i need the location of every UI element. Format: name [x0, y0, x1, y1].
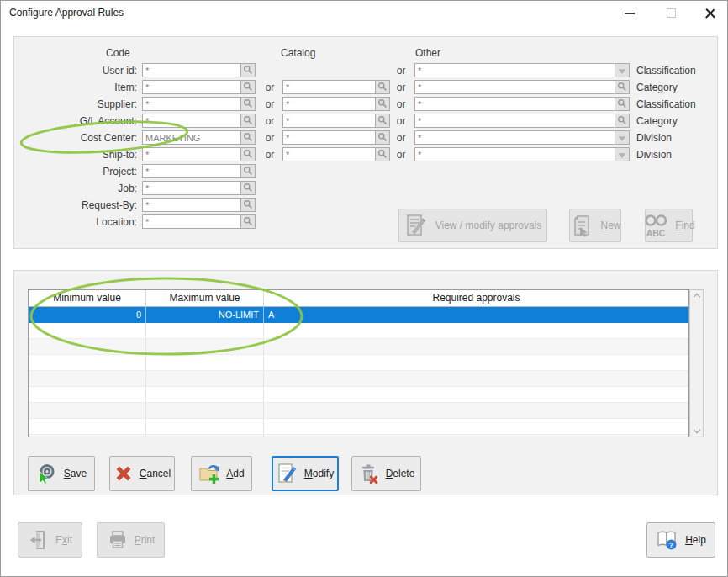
- or-label: or: [260, 98, 280, 110]
- grid-cell: [264, 355, 688, 370]
- scroll-down-button[interactable]: [693, 426, 699, 433]
- ship-to-code-search-button[interactable]: [240, 147, 256, 161]
- g-l-account-label: G/L Account:: [14, 115, 137, 127]
- search-icon: [243, 214, 253, 230]
- item-code-search-button[interactable]: [240, 80, 256, 94]
- or-label: or: [260, 82, 280, 93]
- supplier-other-search-button[interactable]: [615, 97, 630, 111]
- grid-cell: [146, 435, 264, 437]
- g-l-account-code-search-button[interactable]: [240, 114, 256, 128]
- ship-to-catalog-input[interactable]: [282, 147, 376, 161]
- user-id-code-input[interactable]: [142, 63, 241, 77]
- user-id-other-dropdown-button[interactable]: [615, 63, 630, 77]
- item-label: Item:: [14, 82, 137, 93]
- view-modify-approvals-button[interactable]: View / modify approvals: [398, 209, 547, 242]
- search-icon: [243, 97, 253, 112]
- help-button[interactable]: ?Help: [646, 522, 715, 558]
- grid-header-maximum-value[interactable]: Maximum value: [146, 290, 264, 306]
- grid-header-required-approvals[interactable]: Required approvals: [264, 290, 688, 306]
- item-other-search-button[interactable]: [615, 80, 630, 94]
- cost-center-code-search-button[interactable]: [240, 130, 256, 145]
- save-button[interactable]: Save: [28, 456, 95, 491]
- g-l-account-catalog-search-button[interactable]: [375, 114, 390, 128]
- help-book-icon: ?: [656, 529, 679, 551]
- project-code-search-button[interactable]: [240, 164, 256, 178]
- grid-cell: [264, 435, 688, 437]
- form-row-item: Item:ororCategory: [14, 79, 717, 96]
- vertical-scrollbar[interactable]: [689, 289, 704, 437]
- supplier-code-search-button[interactable]: [240, 97, 256, 111]
- close-button[interactable]: [694, 1, 725, 25]
- view-modify-approvals-icon: [404, 213, 430, 238]
- job-code-input[interactable]: [142, 181, 241, 195]
- request-by-code-input[interactable]: [142, 198, 241, 212]
- supplier-other-input[interactable]: [414, 97, 615, 111]
- ship-to-code-input[interactable]: [142, 147, 241, 161]
- location-code-search-button[interactable]: [240, 214, 256, 229]
- g-l-account-other-input[interactable]: [414, 114, 615, 128]
- grid-selected-row[interactable]: 0NO-LIMITA: [29, 307, 688, 323]
- request-by-label: Request-By:: [14, 199, 137, 211]
- supplier-catalog-search-button[interactable]: [375, 97, 390, 111]
- user-id-code-search-button[interactable]: [240, 63, 256, 77]
- grid-cell: [146, 323, 264, 338]
- division-label: Division: [636, 149, 672, 161]
- ship-to-catalog-search-button[interactable]: [375, 147, 390, 161]
- cost-center-other-input[interactable]: [414, 130, 615, 145]
- item-other-input[interactable]: [414, 80, 615, 94]
- project-code-input[interactable]: [142, 164, 241, 178]
- grid-empty-row: [29, 435, 688, 437]
- chevron-down-icon: [618, 147, 626, 162]
- grid-cell: [264, 403, 688, 418]
- supplier-catalog-input[interactable]: [282, 97, 376, 111]
- search-icon: [243, 114, 253, 129]
- search-icon: [243, 164, 253, 179]
- title-bar: Configure Approval Rules: [1, 1, 727, 26]
- grid-cell: [146, 339, 264, 354]
- grid-cell: [264, 387, 688, 402]
- search-icon: [377, 97, 388, 112]
- supplier-code-input[interactable]: [142, 97, 241, 111]
- request-by-code-search-button[interactable]: [240, 198, 256, 212]
- cost-center-code-input[interactable]: [142, 130, 241, 145]
- find-button[interactable]: ABCFind: [645, 209, 693, 242]
- g-l-account-other-search-button[interactable]: [615, 114, 630, 128]
- item-catalog-input[interactable]: [282, 80, 376, 94]
- delete-button[interactable]: Delete: [351, 456, 421, 491]
- print-button[interactable]: Print: [97, 522, 165, 558]
- cost-center-catalog-input[interactable]: [282, 130, 376, 145]
- grid-header-minimum-value[interactable]: Minimum value: [29, 290, 146, 306]
- approval-rules-grid[interactable]: Minimum valueMaximum valueRequired appro…: [28, 289, 689, 437]
- form-row-cost-center: Cost Center:ororDivision: [14, 130, 717, 146]
- user-id-other-input[interactable]: [414, 63, 615, 77]
- exit-door-icon: [28, 529, 50, 551]
- filter-form-panel: Code Catalog Other User id:orClassificat…: [13, 36, 718, 249]
- add-button[interactable]: Add: [191, 456, 252, 491]
- ship-to-other-dropdown-button[interactable]: [615, 147, 630, 161]
- maximize-button[interactable]: [655, 1, 687, 25]
- cancel-button[interactable]: Cancel: [109, 456, 175, 491]
- category-label: Category: [636, 82, 678, 93]
- exit-button[interactable]: Exit: [18, 522, 82, 558]
- cost-center-other-dropdown-button[interactable]: [615, 130, 630, 145]
- ship-to-other-input[interactable]: [414, 147, 615, 161]
- delete-trash-icon: [358, 463, 380, 484]
- cost-center-catalog-search-button[interactable]: [375, 130, 390, 145]
- scroll-up-button[interactable]: [693, 294, 699, 300]
- g-l-account-code-input[interactable]: [142, 114, 241, 128]
- job-code-search-button[interactable]: [240, 181, 256, 195]
- item-code-input[interactable]: [142, 80, 241, 94]
- or-label: or: [260, 132, 280, 144]
- item-catalog-search-button[interactable]: [375, 80, 390, 94]
- minimize-button[interactable]: [614, 1, 646, 25]
- selected-minimum-value: 0: [29, 307, 146, 323]
- location-label: Location:: [14, 216, 137, 228]
- classification-label: Classification: [636, 65, 696, 77]
- or-label: or: [260, 115, 280, 127]
- modify-button[interactable]: Modify: [272, 456, 339, 491]
- g-l-account-catalog-input[interactable]: [282, 114, 376, 128]
- new-button[interactable]: New: [569, 209, 621, 242]
- location-code-input[interactable]: [142, 214, 241, 229]
- code-column-header: Code: [106, 47, 130, 59]
- form-row-user-id: User id:orClassification: [14, 62, 717, 79]
